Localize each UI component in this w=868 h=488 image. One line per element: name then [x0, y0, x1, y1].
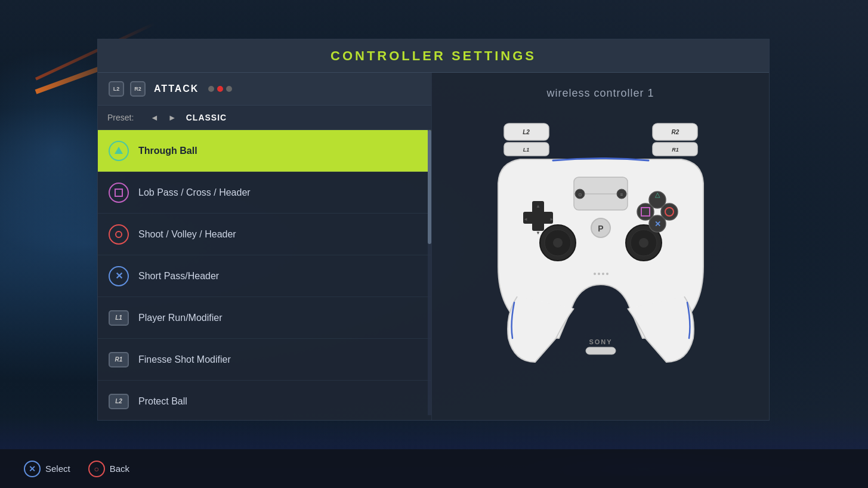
player-run-label: Player Run/Modifier: [138, 313, 223, 323]
svg-point-39: [598, 273, 600, 275]
svg-point-41: [606, 273, 608, 275]
menu-item-short-pass[interactable]: ✕ Short Pass/Header: [98, 255, 431, 297]
triangle-shape: [115, 147, 123, 154]
menu-list-wrap: Through Ball Lob Pass / Cross / Header: [98, 130, 431, 415]
preset-left-arrow[interactable]: ◄: [148, 113, 161, 122]
x-button-icon: ✕: [24, 461, 41, 477]
lob-pass-label: Lob Pass / Cross / Header: [138, 187, 251, 198]
cross-shape: ✕: [115, 271, 123, 281]
short-pass-label: Short Pass/Header: [138, 271, 219, 282]
scroll-thumb[interactable]: [428, 130, 431, 244]
svg-text:▲: ▲: [536, 203, 540, 209]
right-panel: wireless controller 1 L2 R2: [432, 73, 769, 420]
r2-badge: R2: [130, 81, 146, 97]
svg-text:✕: ✕: [654, 220, 660, 228]
svg-text:◄: ◄: [523, 217, 528, 222]
controller-area: L2 R2 L1 R1: [487, 118, 714, 392]
svg-text:R2: R2: [671, 129, 679, 135]
o-button-icon: ○: [88, 461, 105, 477]
square-icon: [109, 183, 129, 203]
preset-value: CLASSIC: [186, 113, 422, 122]
mode-dots: [208, 86, 232, 92]
dot-1: [208, 86, 214, 92]
shoot-label: Shoot / Volley / Header: [138, 229, 236, 240]
l2-badge: L2: [109, 81, 124, 97]
page-title: CONTROLLER SETTINGS: [330, 48, 536, 64]
menu-item-finesse-shot[interactable]: R1 Finesse Shot Modifier: [98, 339, 431, 381]
preset-label: Preset:: [107, 113, 143, 122]
menu-item-shoot[interactable]: Shoot / Volley / Header: [98, 214, 431, 255]
back-label: Back: [110, 464, 129, 474]
svg-point-17: [639, 238, 648, 248]
bottom-bar: ✕ Select ○ Back: [0, 449, 868, 488]
preset-row: Preset: ◄ ► CLASSIC: [98, 106, 431, 130]
svg-text:△: △: [655, 191, 660, 198]
protect-ball-label: Protect Ball: [138, 396, 187, 407]
back-action[interactable]: ○ Back: [88, 461, 129, 477]
svg-text:⊙: ⊙: [577, 192, 582, 197]
preset-right-arrow[interactable]: ►: [166, 113, 179, 122]
svg-text:►: ►: [549, 217, 554, 222]
circle-icon: [109, 224, 129, 245]
dot-2: [217, 86, 223, 92]
svg-text:≡: ≡: [620, 192, 623, 197]
l2-icon: L2: [109, 394, 129, 409]
main-panel: CONTROLLER SETTINGS L2 R2 ATTACK Preset:…: [97, 39, 770, 421]
controller-label: wireless controller 1: [546, 87, 654, 100]
svg-rect-37: [586, 347, 616, 354]
content-area: L2 R2 ATTACK Preset: ◄ ► CLASSIC: [98, 73, 769, 420]
menu-item-protect-ball[interactable]: L2 Protect Ball: [98, 381, 431, 415]
finesse-shot-label: Finesse Shot Modifier: [138, 354, 231, 365]
controller-svg: L2 R2 L1 R1: [487, 118, 714, 392]
r1-icon: R1: [109, 352, 129, 367]
select-label: Select: [45, 464, 70, 474]
title-bar: CONTROLLER SETTINGS: [98, 39, 769, 73]
svg-text:L2: L2: [523, 129, 530, 135]
svg-point-40: [602, 273, 604, 275]
left-panel: L2 R2 ATTACK Preset: ◄ ► CLASSIC: [98, 73, 432, 420]
attack-header: L2 R2 ATTACK: [98, 73, 431, 106]
dot-3: [226, 86, 232, 92]
svg-text:L1: L1: [523, 147, 529, 153]
menu-item-lob-pass[interactable]: Lob Pass / Cross / Header: [98, 172, 431, 214]
circle-shape: [115, 231, 122, 238]
menu-list: Through Ball Lob Pass / Cross / Header: [98, 130, 431, 415]
select-action[interactable]: ✕ Select: [24, 461, 70, 477]
svg-text:▼: ▼: [536, 230, 540, 236]
svg-text:SONY: SONY: [589, 338, 612, 345]
menu-item-player-run[interactable]: L1 Player Run/Modifier: [98, 297, 431, 339]
svg-point-14: [553, 238, 563, 248]
scroll-track: [428, 130, 431, 415]
menu-item-through-ball[interactable]: Through Ball: [98, 130, 431, 172]
square-shape: [115, 189, 123, 197]
through-ball-label: Through Ball: [138, 146, 197, 156]
attack-title: ATTACK: [154, 84, 199, 94]
svg-text:P: P: [598, 224, 603, 233]
l1-icon: L1: [109, 310, 129, 326]
svg-point-38: [594, 273, 596, 275]
cross-icon: ✕: [109, 266, 129, 286]
svg-text:R1: R1: [672, 147, 679, 153]
triangle-icon: [109, 141, 129, 161]
